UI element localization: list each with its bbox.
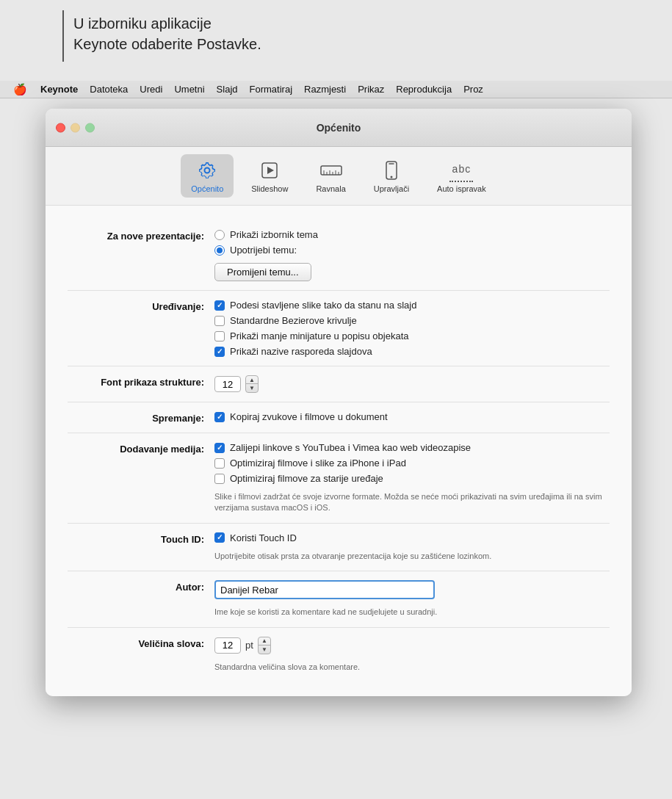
layout-names-checkbox[interactable] bbox=[214, 347, 225, 357]
bezier-option[interactable]: Standardne Bezierove krivulje bbox=[214, 315, 610, 326]
optimize-ios-checkbox[interactable] bbox=[214, 458, 225, 469]
tab-autocorrect-label: Auto ispravak bbox=[437, 184, 486, 193]
tab-rulers-label: Ravnala bbox=[316, 184, 345, 193]
menu-umetni[interactable]: Umetni bbox=[168, 81, 210, 98]
new-presentations-label: Za nove prezentacije: bbox=[68, 229, 214, 242]
menu-datoteka[interactable]: Datoteka bbox=[84, 81, 134, 98]
author-controls: Ime koje se koristi za komentare kad ne … bbox=[214, 580, 610, 618]
outline-font-controls: 12 ▲ ▼ bbox=[214, 375, 610, 393]
editing-label: Uređivanje: bbox=[68, 300, 214, 312]
font-size-up[interactable]: ▲ bbox=[259, 637, 270, 646]
fit-images-checkbox[interactable] bbox=[214, 300, 225, 311]
paste-links-option[interactable]: Zalijepi linkove s YouTubea i Vimea kao … bbox=[214, 442, 610, 453]
adding-media-controls: Zalijepi linkove s YouTubea i Vimea kao … bbox=[214, 442, 610, 514]
adding-media-row: Dodavanje medija: Zalijepi linkove s You… bbox=[68, 433, 610, 524]
editing-row: Uređivanje: Podesi stavljene slike tako … bbox=[68, 291, 610, 366]
tab-rulers[interactable]: Ravnala bbox=[306, 154, 355, 198]
saving-controls: Kopiraj zvukove i filmove u dokument bbox=[214, 411, 610, 422]
author-label: Autor: bbox=[68, 580, 214, 593]
tab-slideshow[interactable]: Slideshow bbox=[241, 154, 298, 198]
small-thumb-checkbox[interactable] bbox=[214, 331, 225, 341]
copy-media-checkbox[interactable] bbox=[214, 412, 225, 422]
menu-slajd[interactable]: Slajd bbox=[211, 81, 244, 98]
saving-row: Spremanje: Kopiraj zvukove i filmove u d… bbox=[68, 402, 610, 433]
show-themes-radio[interactable] bbox=[214, 230, 225, 240]
tab-general-label: Općenito bbox=[191, 184, 223, 193]
outline-font-arrows: ▲ ▼ bbox=[245, 375, 259, 393]
outline-font-down[interactable]: ▼ bbox=[246, 384, 258, 392]
editing-controls: Podesi stavljene slike tako da stanu na … bbox=[214, 300, 610, 357]
font-size-arrows: ▲ ▼ bbox=[258, 637, 271, 654]
ruler-icon bbox=[319, 159, 343, 182]
font-size-value[interactable]: 12 bbox=[214, 637, 241, 654]
layout-names-label: Prikaži nazive rasporeda slajdova bbox=[230, 346, 372, 357]
svg-marker-1 bbox=[267, 167, 274, 174]
touch-id-note: Upotrijebite otisak prsta za otvaranje p… bbox=[214, 551, 610, 562]
font-size-unit: pt bbox=[245, 640, 253, 651]
use-theme-label: Upotrijebi temu: bbox=[230, 245, 297, 256]
author-input[interactable] bbox=[214, 580, 435, 599]
tab-slideshow-label: Slideshow bbox=[251, 184, 288, 193]
adding-media-label: Dodavanje medija: bbox=[68, 442, 214, 455]
paste-links-checkbox[interactable] bbox=[214, 443, 225, 453]
show-themes-label: Prikaži izbornik tema bbox=[230, 229, 318, 240]
close-button[interactable] bbox=[56, 123, 65, 132]
optimize-old-checkbox[interactable] bbox=[214, 474, 225, 484]
tab-general[interactable]: Općenito bbox=[181, 154, 234, 198]
show-themes-option[interactable]: Prikaži izbornik tema bbox=[214, 229, 610, 240]
layout-names-option[interactable]: Prikaži nazive rasporeda slajdova bbox=[214, 346, 610, 357]
menu-razmjesti[interactable]: Razmjesti bbox=[298, 81, 352, 98]
font-size-stepper: 12 pt ▲ ▼ bbox=[214, 637, 610, 654]
change-theme-button[interactable]: Promijeni temu... bbox=[214, 263, 311, 281]
bracket-line bbox=[62, 10, 64, 62]
small-thumb-option[interactable]: Prikaži manje minijature u popisu objeka… bbox=[214, 330, 610, 341]
bezier-checkbox[interactable] bbox=[214, 316, 225, 326]
outline-font-value[interactable]: 12 bbox=[214, 376, 241, 392]
menu-proz[interactable]: Proz bbox=[458, 81, 489, 98]
tab-autocorrect[interactable]: abc Auto ispravak bbox=[427, 154, 496, 198]
abc-icon: abc bbox=[449, 159, 473, 182]
use-touch-id-checkbox[interactable] bbox=[214, 532, 225, 543]
fit-images-option[interactable]: Podesi stavljene slike tako da stanu na … bbox=[214, 300, 610, 311]
outline-font-up[interactable]: ▲ bbox=[246, 376, 258, 384]
use-theme-option[interactable]: Upotrijebi temu: bbox=[214, 245, 610, 256]
font-size-down[interactable]: ▼ bbox=[259, 646, 270, 654]
toolbar: Općenito Slideshow bbox=[46, 147, 632, 206]
optimize-old-label: Optimiziraj filmove za starije uređaje bbox=[230, 473, 383, 484]
touch-id-label: Touch ID: bbox=[68, 532, 214, 545]
maximize-button[interactable] bbox=[85, 123, 95, 132]
bezier-label: Standardne Bezierove krivulje bbox=[230, 315, 357, 326]
menu-uredi[interactable]: Uredi bbox=[134, 81, 168, 98]
instruction-text: U izborniku aplikacije Keynote odaberite… bbox=[73, 13, 261, 54]
tab-remotes[interactable]: Upravljači bbox=[364, 154, 419, 198]
touch-id-controls: Koristi Touch ID Upotrijebite otisak prs… bbox=[214, 532, 610, 562]
svg-point-10 bbox=[390, 176, 392, 178]
saving-label: Spremanje: bbox=[68, 411, 214, 424]
author-note: Ime koje se koristi za komentare kad ne … bbox=[214, 607, 610, 618]
use-touch-id-option[interactable]: Koristi Touch ID bbox=[214, 532, 610, 543]
traffic-lights bbox=[56, 123, 95, 132]
optimize-ios-label: Optimiziraj filmove i slike za iPhone i … bbox=[230, 458, 406, 469]
optimize-old-option[interactable]: Optimiziraj filmove za starije uređaje bbox=[214, 473, 610, 484]
copy-media-label: Kopiraj zvukove i filmove u dokument bbox=[230, 411, 388, 422]
use-touch-id-text: Koristi Touch ID bbox=[230, 532, 297, 543]
fit-images-label: Podesi stavljene slike tako da stanu na … bbox=[230, 300, 416, 311]
use-theme-radio[interactable] bbox=[214, 245, 225, 256]
new-presentations-row: Za nove prezentacije: Prikaži izbornik t… bbox=[68, 220, 610, 291]
apple-menu[interactable]: 🍎 bbox=[6, 81, 35, 98]
small-thumb-label: Prikaži manje minijature u popisu objeka… bbox=[230, 330, 409, 341]
minimize-button[interactable] bbox=[71, 123, 80, 132]
optimize-ios-option[interactable]: Optimiziraj filmove i slike za iPhone i … bbox=[214, 458, 610, 469]
content-area: Za nove prezentacije: Prikaži izbornik t… bbox=[46, 206, 632, 696]
menu-formatiraj[interactable]: Formatiraj bbox=[244, 81, 299, 98]
font-size-row: Veličina slova: 12 pt ▲ ▼ Standardna vel… bbox=[68, 628, 610, 682]
menu-keynote[interactable]: Keynote bbox=[35, 81, 84, 98]
copy-media-option[interactable]: Kopiraj zvukove i filmove u dokument bbox=[214, 411, 610, 422]
adding-media-note: Slike i filmovi zadržat će svoje izvorne… bbox=[214, 491, 610, 514]
play-icon bbox=[258, 159, 281, 182]
menu-prikaz[interactable]: Prikaz bbox=[352, 81, 390, 98]
menu-reprodukcija[interactable]: Reprodukcija bbox=[390, 81, 458, 98]
window-title: Općenito bbox=[317, 122, 361, 134]
touch-id-row: Touch ID: Koristi Touch ID Upotrijebite … bbox=[68, 524, 610, 571]
titlebar: Općenito bbox=[46, 109, 632, 147]
